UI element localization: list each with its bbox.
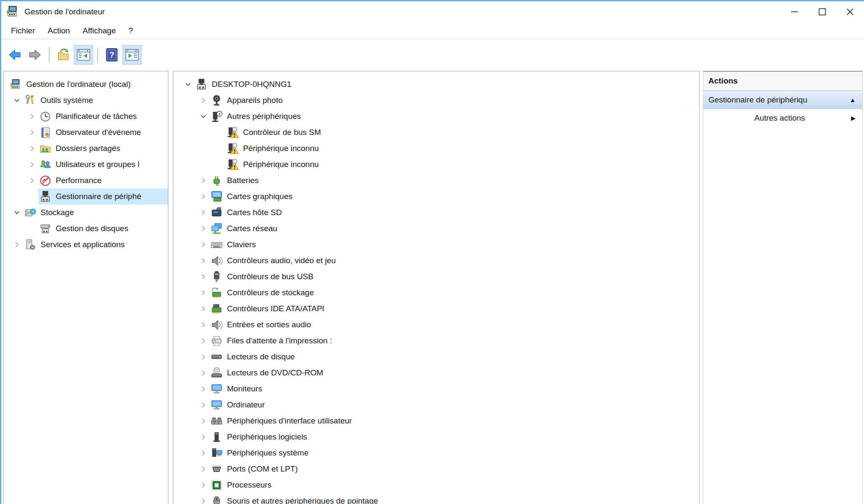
processor-icon bbox=[210, 478, 223, 492]
chevron-right-icon[interactable] bbox=[197, 365, 210, 381]
tree-item-print-queues[interactable]: Files d'attente à l'impression : bbox=[173, 333, 699, 349]
actions-group-device-manager[interactable]: Gestionnaire de périphériqu ▲ bbox=[703, 91, 862, 109]
tree-item-computer-category[interactable]: Ordinateur bbox=[173, 397, 699, 413]
menu-help[interactable]: ? bbox=[122, 24, 140, 38]
collapse-up-icon[interactable]: ▲ bbox=[850, 97, 856, 103]
tree-item-unknown-device[interactable]: Périphérique inconnu bbox=[173, 156, 699, 172]
chevron-right-icon[interactable] bbox=[197, 493, 210, 504]
tree-item-storage[interactable]: Stockage bbox=[4, 205, 168, 221]
tree-item-local-users-groups[interactable]: Utilisateurs et groupes l bbox=[4, 156, 168, 172]
chevron-right-icon[interactable] bbox=[197, 301, 210, 317]
chevron-right-icon[interactable] bbox=[197, 317, 210, 333]
chevron-right-icon[interactable] bbox=[26, 140, 38, 156]
tree-item-processors[interactable]: Processeurs bbox=[173, 477, 699, 493]
chevron-right-icon[interactable] bbox=[26, 172, 38, 189]
tree-item-services-applications[interactable]: Services et applications bbox=[4, 237, 168, 253]
chevron-right-icon[interactable] bbox=[197, 189, 210, 205]
performance-icon bbox=[38, 174, 52, 187]
tree-item-usb-controllers[interactable]: Contrôleurs de bus USB bbox=[173, 269, 699, 285]
chevron-right-icon[interactable] bbox=[197, 445, 210, 461]
menu-view[interactable]: Affichage bbox=[76, 24, 122, 38]
forward-button[interactable] bbox=[25, 45, 45, 65]
print-queue-icon bbox=[210, 334, 223, 348]
show-action-pane-button[interactable] bbox=[122, 45, 142, 65]
warning-device-icon bbox=[226, 126, 239, 139]
close-button[interactable] bbox=[836, 1, 864, 22]
tree-item-ports[interactable]: Ports (COM et LPT) bbox=[173, 461, 699, 477]
chevron-right-icon[interactable] bbox=[197, 253, 210, 269]
show-console-tree-button[interactable] bbox=[74, 45, 93, 65]
tree-item-keyboards[interactable]: Claviers bbox=[173, 237, 699, 253]
more-actions-item[interactable]: Autres actions ▶ bbox=[703, 109, 862, 127]
tree-item-batteries[interactable]: Batteries bbox=[173, 172, 699, 189]
chevron-right-icon[interactable] bbox=[197, 429, 210, 445]
tree-item-storage-controllers[interactable]: Contrôleurs de stockage bbox=[173, 285, 699, 301]
tree-item-device-manager[interactable]: Gestionnaire de périphé bbox=[4, 189, 168, 205]
chevron-right-icon[interactable] bbox=[11, 237, 23, 253]
chevron-right-icon[interactable] bbox=[197, 413, 210, 429]
chevron-right-icon[interactable] bbox=[197, 172, 210, 189]
chevron-right-icon[interactable] bbox=[197, 397, 210, 413]
chevron-right-icon[interactable] bbox=[197, 237, 210, 253]
chevron-right-icon[interactable] bbox=[197, 349, 210, 365]
tree-item-monitors[interactable]: Moniteurs bbox=[173, 381, 699, 397]
chevron-right-icon[interactable] bbox=[197, 461, 210, 477]
tree-item-display-adapters[interactable]: Cartes graphiques bbox=[173, 189, 699, 205]
tree-item-system-tools[interactable]: Outils système bbox=[4, 92, 168, 108]
chevron-down-icon[interactable] bbox=[182, 76, 194, 92]
tree-item-audio-inputs-outputs[interactable]: Entrées et sorties audio bbox=[173, 317, 699, 333]
chevron-right-icon[interactable] bbox=[197, 477, 210, 493]
tree-item-system-devices[interactable]: Périphériques système bbox=[173, 445, 699, 461]
tree-item-unknown-device[interactable]: Périphérique inconnu bbox=[173, 140, 699, 156]
mouse-icon bbox=[210, 494, 223, 504]
tree-item-other-devices[interactable]: Autres périphériques bbox=[173, 108, 699, 124]
chevron-right-icon[interactable] bbox=[197, 285, 210, 301]
tree-item-task-scheduler[interactable]: Planificateur de tâches bbox=[4, 108, 168, 124]
tree-item-sd-host-adapters[interactable]: Cartes hôte SD bbox=[173, 205, 699, 221]
tree-item-shared-folders[interactable]: Dossiers partagés bbox=[4, 140, 168, 156]
warning-device-icon bbox=[226, 158, 239, 171]
chevron-right-icon[interactable] bbox=[197, 92, 210, 108]
tree-item-disk-drives[interactable]: Lecteurs de disque bbox=[173, 349, 699, 365]
tree-item-network-adapters[interactable]: Cartes réseau bbox=[173, 221, 699, 237]
tree-item-event-viewer[interactable]: Observateur d'événeme bbox=[4, 124, 168, 140]
tree-item-software-devices[interactable]: Périphériques logiciels bbox=[173, 429, 699, 445]
chevron-right-icon[interactable] bbox=[197, 333, 210, 349]
help-button[interactable] bbox=[102, 45, 122, 65]
tree-item-computer-management[interactable]: Gestion de l'ordinateur (local) bbox=[4, 76, 168, 92]
chevron-right-icon[interactable] bbox=[197, 205, 210, 221]
chevron-down-icon[interactable] bbox=[11, 205, 23, 221]
tree-item-mice[interactable]: Souris et autres périphériques de pointa… bbox=[173, 493, 699, 504]
tree-item-sound-controllers[interactable]: Contrôleurs audio, vidéo et jeu bbox=[173, 253, 699, 269]
chevron-right-icon[interactable] bbox=[26, 108, 38, 124]
system-tools-icon bbox=[23, 94, 37, 107]
hid-icon bbox=[210, 414, 223, 428]
minimize-button[interactable] bbox=[780, 1, 808, 22]
tree-item-disk-management[interactable]: Gestion des disques bbox=[4, 221, 168, 237]
chevron-right-icon[interactable] bbox=[197, 221, 210, 237]
tree-item-sm-bus-controller[interactable]: Contrôleur de bus SM bbox=[173, 124, 699, 140]
chevron-right-icon[interactable] bbox=[26, 124, 38, 140]
tree-item-computer-root[interactable]: DESKTOP-0HQNNG1 bbox=[173, 76, 699, 92]
sd-host-icon bbox=[210, 206, 223, 219]
tree-item-performance[interactable]: Performance bbox=[4, 172, 168, 189]
tree-item-dvd-drives[interactable]: Lecteurs de DVD/CD-ROM bbox=[173, 365, 699, 381]
menu-file[interactable]: Fichier bbox=[5, 24, 41, 38]
back-button[interactable] bbox=[5, 45, 24, 65]
forward-arrow-icon bbox=[28, 48, 42, 62]
toolbar-separator bbox=[49, 47, 49, 62]
menu-action[interactable]: Action bbox=[41, 24, 76, 38]
chevron-slot bbox=[26, 221, 38, 237]
tree-item-hid-devices[interactable]: Périphériques d'interface utilisateur bbox=[173, 413, 699, 429]
warning-device-icon bbox=[226, 142, 239, 155]
maximize-button[interactable] bbox=[808, 1, 836, 22]
chevron-down-icon[interactable] bbox=[11, 92, 23, 108]
tree-item-cameras[interactable]: Appareils photo bbox=[173, 92, 699, 108]
chevron-right-icon[interactable] bbox=[197, 381, 210, 397]
tree-item-ide-controllers[interactable]: Contrôleurs IDE ATA/ATAPI bbox=[173, 301, 699, 317]
export-list-button[interactable] bbox=[54, 45, 73, 65]
chevron-right-icon[interactable] bbox=[197, 269, 210, 285]
chevron-down-icon[interactable] bbox=[197, 108, 210, 124]
maximize-icon bbox=[818, 8, 826, 16]
chevron-right-icon[interactable] bbox=[26, 156, 38, 172]
